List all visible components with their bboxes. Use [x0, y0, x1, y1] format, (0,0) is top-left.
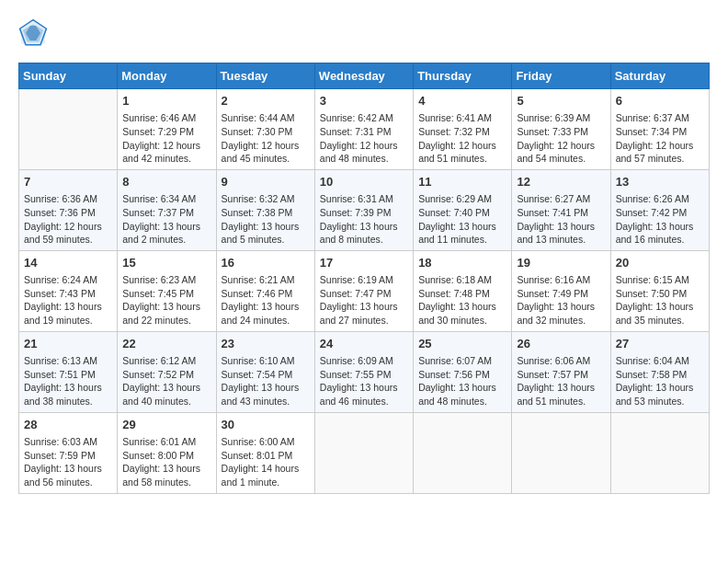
day-info: Sunrise: 6:41 AMSunset: 7:32 PMDaylight:… — [418, 111, 506, 166]
weekday-header-row: SundayMondayTuesdayWednesdayThursdayFrid… — [19, 63, 710, 89]
calendar-cell: 19Sunrise: 6:16 AMSunset: 7:49 PMDayligh… — [512, 250, 610, 331]
calendar-cell: 30Sunrise: 6:00 AMSunset: 8:01 PMDayligh… — [216, 412, 314, 493]
calendar-cell: 2Sunrise: 6:44 AMSunset: 7:30 PMDaylight… — [216, 89, 314, 170]
calendar-cell: 16Sunrise: 6:21 AMSunset: 7:46 PMDayligh… — [216, 250, 314, 331]
week-row-2: 7Sunrise: 6:36 AMSunset: 7:36 PMDaylight… — [19, 169, 710, 250]
week-row-5: 28Sunrise: 6:03 AMSunset: 7:59 PMDayligh… — [19, 412, 710, 493]
day-number: 13 — [616, 174, 704, 190]
day-number: 26 — [517, 336, 605, 352]
day-info: Sunrise: 6:21 AMSunset: 7:46 PMDaylight:… — [222, 273, 310, 327]
day-number: 19 — [517, 255, 605, 271]
weekday-header-wednesday: Wednesday — [314, 63, 413, 89]
day-info: Sunrise: 6:10 AMSunset: 7:54 PMDaylight:… — [222, 354, 310, 408]
weekday-header-friday: Friday — [512, 63, 610, 89]
day-number: 16 — [222, 255, 310, 271]
day-number: 18 — [418, 255, 506, 271]
day-number: 5 — [517, 93, 605, 109]
day-number: 11 — [418, 174, 506, 190]
calendar-cell: 8Sunrise: 6:34 AMSunset: 7:37 PMDaylight… — [118, 169, 216, 250]
day-number: 10 — [320, 174, 408, 190]
day-info: Sunrise: 6:13 AMSunset: 7:51 PMDaylight:… — [24, 354, 112, 408]
day-number: 25 — [418, 336, 506, 352]
day-info: Sunrise: 6:34 AMSunset: 7:37 PMDaylight:… — [122, 192, 210, 247]
calendar-cell — [610, 412, 709, 493]
weekday-header-saturday: Saturday — [610, 63, 709, 89]
day-number: 21 — [24, 336, 112, 352]
day-number: 8 — [122, 174, 210, 190]
day-info: Sunrise: 6:06 AMSunset: 7:57 PMDaylight:… — [517, 354, 605, 408]
logo — [18, 18, 51, 48]
day-info: Sunrise: 6:32 AMSunset: 7:38 PMDaylight:… — [222, 192, 310, 247]
calendar-cell: 17Sunrise: 6:19 AMSunset: 7:47 PMDayligh… — [314, 250, 413, 331]
week-row-4: 21Sunrise: 6:13 AMSunset: 7:51 PMDayligh… — [19, 331, 710, 412]
calendar-cell: 13Sunrise: 6:26 AMSunset: 7:42 PMDayligh… — [610, 169, 709, 250]
weekday-header-tuesday: Tuesday — [216, 63, 314, 89]
calendar-cell: 7Sunrise: 6:36 AMSunset: 7:36 PMDaylight… — [19, 169, 118, 250]
calendar-cell: 11Sunrise: 6:29 AMSunset: 7:40 PMDayligh… — [414, 169, 512, 250]
day-number: 2 — [222, 93, 310, 109]
day-info: Sunrise: 6:27 AMSunset: 7:41 PMDaylight:… — [517, 192, 605, 247]
day-info: Sunrise: 6:23 AMSunset: 7:45 PMDaylight:… — [122, 273, 210, 327]
calendar-cell: 21Sunrise: 6:13 AMSunset: 7:51 PMDayligh… — [19, 331, 118, 412]
calendar-cell: 26Sunrise: 6:06 AMSunset: 7:57 PMDayligh… — [512, 331, 610, 412]
calendar-cell: 14Sunrise: 6:24 AMSunset: 7:43 PMDayligh… — [19, 250, 118, 331]
day-info: Sunrise: 6:37 AMSunset: 7:34 PMDaylight:… — [616, 111, 704, 166]
day-info: Sunrise: 6:42 AMSunset: 7:31 PMDaylight:… — [320, 111, 408, 166]
calendar-table: SundayMondayTuesdayWednesdayThursdayFrid… — [18, 63, 710, 494]
day-number: 14 — [24, 255, 112, 271]
day-info: Sunrise: 6:09 AMSunset: 7:55 PMDaylight:… — [320, 354, 408, 408]
day-info: Sunrise: 6:03 AMSunset: 7:59 PMDaylight:… — [24, 435, 112, 489]
calendar-cell: 15Sunrise: 6:23 AMSunset: 7:45 PMDayligh… — [118, 250, 216, 331]
day-number: 3 — [320, 93, 408, 109]
calendar-cell: 4Sunrise: 6:41 AMSunset: 7:32 PMDaylight… — [414, 89, 512, 170]
day-number: 29 — [122, 417, 210, 433]
calendar-cell — [19, 89, 118, 170]
calendar-cell: 24Sunrise: 6:09 AMSunset: 7:55 PMDayligh… — [314, 331, 413, 412]
day-number: 22 — [122, 336, 210, 352]
day-number: 4 — [418, 93, 506, 109]
weekday-header-monday: Monday — [118, 63, 216, 89]
day-number: 9 — [222, 174, 310, 190]
day-number: 1 — [122, 93, 210, 109]
calendar-cell: 12Sunrise: 6:27 AMSunset: 7:41 PMDayligh… — [512, 169, 610, 250]
calendar-cell: 6Sunrise: 6:37 AMSunset: 7:34 PMDaylight… — [610, 89, 709, 170]
day-info: Sunrise: 6:44 AMSunset: 7:30 PMDaylight:… — [222, 111, 310, 166]
day-number: 30 — [222, 417, 310, 433]
day-number: 17 — [320, 255, 408, 271]
calendar-cell: 3Sunrise: 6:42 AMSunset: 7:31 PMDaylight… — [314, 89, 413, 170]
day-number: 24 — [320, 336, 408, 352]
day-info: Sunrise: 6:29 AMSunset: 7:40 PMDaylight:… — [418, 192, 506, 247]
calendar-cell: 10Sunrise: 6:31 AMSunset: 7:39 PMDayligh… — [314, 169, 413, 250]
calendar-cell: 25Sunrise: 6:07 AMSunset: 7:56 PMDayligh… — [414, 331, 512, 412]
calendar-cell — [314, 412, 413, 493]
day-info: Sunrise: 6:46 AMSunset: 7:29 PMDaylight:… — [122, 111, 210, 166]
calendar-cell: 5Sunrise: 6:39 AMSunset: 7:33 PMDaylight… — [512, 89, 610, 170]
day-info: Sunrise: 6:39 AMSunset: 7:33 PMDaylight:… — [517, 111, 605, 166]
calendar-cell: 9Sunrise: 6:32 AMSunset: 7:38 PMDaylight… — [216, 169, 314, 250]
day-info: Sunrise: 6:24 AMSunset: 7:43 PMDaylight:… — [24, 273, 112, 327]
calendar-cell: 18Sunrise: 6:18 AMSunset: 7:48 PMDayligh… — [414, 250, 512, 331]
day-info: Sunrise: 6:01 AMSunset: 8:00 PMDaylight:… — [122, 435, 210, 489]
day-info: Sunrise: 6:36 AMSunset: 7:36 PMDaylight:… — [24, 192, 112, 247]
day-number: 15 — [122, 255, 210, 271]
day-info: Sunrise: 6:16 AMSunset: 7:49 PMDaylight:… — [517, 273, 605, 327]
weekday-header-thursday: Thursday — [414, 63, 512, 89]
weekday-header-sunday: Sunday — [19, 63, 118, 89]
day-info: Sunrise: 6:15 AMSunset: 7:50 PMDaylight:… — [616, 273, 704, 327]
week-row-3: 14Sunrise: 6:24 AMSunset: 7:43 PMDayligh… — [19, 250, 710, 331]
day-number: 12 — [517, 174, 605, 190]
day-info: Sunrise: 6:00 AMSunset: 8:01 PMDaylight:… — [222, 435, 310, 489]
day-number: 28 — [24, 417, 112, 433]
week-row-1: 1Sunrise: 6:46 AMSunset: 7:29 PMDaylight… — [19, 89, 710, 170]
page-header — [18, 18, 710, 48]
day-number: 27 — [616, 336, 704, 352]
day-number: 6 — [616, 93, 704, 109]
day-number: 7 — [24, 174, 112, 190]
calendar-cell: 23Sunrise: 6:10 AMSunset: 7:54 PMDayligh… — [216, 331, 314, 412]
calendar-cell: 28Sunrise: 6:03 AMSunset: 7:59 PMDayligh… — [19, 412, 118, 493]
day-info: Sunrise: 6:26 AMSunset: 7:42 PMDaylight:… — [616, 192, 704, 247]
day-info: Sunrise: 6:31 AMSunset: 7:39 PMDaylight:… — [320, 192, 408, 247]
day-info: Sunrise: 6:07 AMSunset: 7:56 PMDaylight:… — [418, 354, 506, 408]
day-info: Sunrise: 6:12 AMSunset: 7:52 PMDaylight:… — [122, 354, 210, 408]
day-number: 20 — [616, 255, 704, 271]
